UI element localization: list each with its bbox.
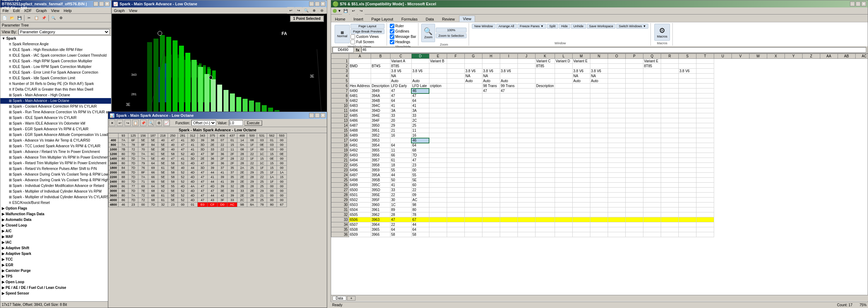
excel-cell[interactable]	[572, 168, 590, 173]
table-cell[interactable]: 2E	[198, 156, 208, 161]
excel-cell[interactable]: 6505	[349, 212, 371, 217]
excel-cell[interactable]	[625, 232, 643, 237]
table-cell[interactable]: 1C	[257, 152, 267, 156]
excel-cell[interactable]: NA	[572, 74, 590, 79]
excel-cell[interactable]	[590, 183, 608, 188]
excel-cell[interactable]: 6482	[349, 98, 371, 103]
excel-cell[interactable]	[447, 103, 464, 108]
table-cell[interactable]: 5E	[168, 198, 178, 203]
excel-cell[interactable]	[464, 207, 482, 212]
table-cell[interactable]: AC	[227, 203, 237, 207]
excel-cell[interactable]: 78	[411, 212, 429, 217]
excel-cell[interactable]	[608, 163, 625, 168]
excel-cell[interactable]: 395F	[371, 198, 390, 203]
excel-cell[interactable]	[572, 203, 590, 207]
excel-cell[interactable]	[678, 64, 696, 69]
excel-cell[interactable]	[608, 84, 625, 89]
macros-btn[interactable]: ⚙ Macros	[654, 24, 670, 41]
excel-cell[interactable]	[482, 108, 500, 113]
excel-cell[interactable]	[500, 148, 517, 153]
table-cell[interactable]: 39	[218, 175, 227, 179]
table-cell[interactable]: 1A	[267, 175, 277, 179]
excel-cell[interactable]: 41	[390, 103, 411, 108]
excel-cell[interactable]	[555, 222, 572, 227]
excel-cell[interactable]: 55	[411, 173, 429, 178]
table-cell[interactable]: 3D	[198, 166, 208, 170]
table-row[interactable]: 286501395E2209	[331, 193, 868, 198]
excel-cell[interactable]	[517, 207, 535, 212]
excel-cell[interactable]	[590, 178, 608, 183]
paste-btn[interactable]: 📌	[40, 15, 47, 22]
excel-cell[interactable]: 3949	[371, 89, 390, 93]
table-cell[interactable]: 68	[148, 198, 158, 203]
zoom-100-btn[interactable]: 100%	[436, 28, 467, 33]
excel-cell[interactable]: 394C	[371, 103, 390, 108]
save-workspace-btn[interactable]: Save Workspace	[587, 24, 616, 29]
excel-cell[interactable]	[447, 133, 464, 138]
table-cell[interactable]: 58	[168, 175, 178, 179]
excel-cell[interactable]	[572, 98, 590, 103]
excel-cell[interactable]	[390, 138, 411, 143]
col-o[interactable]: O	[608, 54, 625, 59]
excel-cell[interactable]	[555, 79, 572, 84]
excel-cell[interactable]	[590, 163, 608, 168]
excel-cell[interactable]	[696, 178, 714, 183]
cut-btn[interactable]: ✂	[25, 15, 33, 22]
tree-warm-idle[interactable]: ⊞ Spark - Warm IDLE Advance Vs Odometer …	[0, 121, 111, 126]
excel-cell[interactable]	[464, 133, 482, 138]
excel-cell[interactable]	[464, 138, 482, 143]
excel-cell[interactable]	[500, 168, 517, 173]
excel-cell[interactable]	[517, 168, 535, 173]
excel-cell[interactable]	[678, 84, 696, 89]
menu-view[interactable]: View	[49, 7, 62, 13]
table-cell[interactable]: 03	[267, 147, 277, 152]
excel-cell[interactable]	[572, 163, 590, 168]
table-cell[interactable]: 69	[138, 184, 148, 189]
excel-cell[interactable]	[555, 64, 572, 69]
excel-cell[interactable]	[500, 193, 517, 198]
excel-cell[interactable]	[555, 103, 572, 108]
excel-cell[interactable]	[447, 69, 464, 74]
excel-cell[interactable]	[661, 232, 678, 237]
spark-tb-6[interactable]: 🔍	[148, 120, 154, 126]
excel-cell[interactable]	[572, 143, 590, 148]
excel-cell[interactable]	[625, 183, 643, 188]
table-cell[interactable]: 39	[227, 189, 237, 193]
excel-cell[interactable]	[429, 178, 447, 183]
table-cell[interactable]: 11	[227, 147, 237, 152]
excel-cell[interactable]: 394F	[371, 118, 390, 123]
unhide-btn[interactable]: Unhide	[571, 24, 586, 29]
excel-cell[interactable]: NA	[482, 74, 500, 79]
excel-cell[interactable]	[608, 212, 625, 217]
excel-cell[interactable]	[555, 217, 572, 222]
excel-cell[interactable]	[447, 227, 464, 232]
excel-cell[interactable]	[608, 217, 625, 222]
excel-cell[interactable]: BT¥S	[371, 64, 390, 69]
excel-cell[interactable]	[500, 64, 517, 69]
maximize-btn[interactable]: □	[99, 1, 104, 6]
excel-cell[interactable]: 395A	[371, 173, 390, 178]
table-cell[interactable]: 7D	[148, 203, 158, 207]
table-cell[interactable]: 3D	[188, 156, 198, 161]
excel-cell[interactable]: Variant E	[572, 59, 590, 64]
table-cell[interactable]: 39	[227, 179, 237, 184]
table-cell[interactable]: 2E	[237, 170, 247, 175]
table-row[interactable]: 1600807D79645E58524D473F362F28221C1500	[109, 161, 287, 166]
table-cell[interactable]: 36	[218, 152, 227, 156]
excel-cell[interactable]	[625, 79, 643, 84]
table-cell[interactable]: 52	[178, 179, 188, 184]
group-tps[interactable]: ▶ TPS	[0, 274, 111, 279]
excel-cell[interactable]: 395C	[371, 183, 390, 188]
excel-cell[interactable]	[572, 133, 590, 138]
table-cell[interactable]: 29	[257, 189, 267, 193]
table-cell[interactable]: 41	[188, 147, 198, 152]
table-row[interactable]: 4000867D7268615E524D47433F332C28250000	[109, 198, 287, 203]
table-cell[interactable]: 2F	[227, 161, 237, 166]
excel-cell[interactable]	[625, 84, 643, 89]
excel-cell[interactable]	[482, 138, 500, 143]
excel-cell[interactable]	[643, 163, 661, 168]
excel-cell[interactable]	[572, 178, 590, 183]
excel-cell[interactable]	[555, 198, 572, 203]
group-malfunction[interactable]: ▶ Malfunction Flags Data	[0, 211, 111, 217]
excel-cell[interactable]: 6494	[349, 158, 371, 163]
